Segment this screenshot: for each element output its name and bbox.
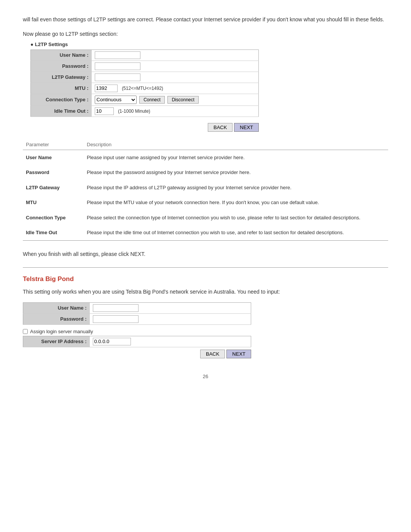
parameter-table: Parameter Description User Name Please i… xyxy=(23,139,388,242)
param-row-username: User Name Please input user name assigne… xyxy=(23,150,388,165)
telstra-username-value xyxy=(90,302,251,313)
assign-login-server-checkbox[interactable] xyxy=(23,329,28,334)
l2tp-go-to-text: Now please go to L2TP settings section: xyxy=(23,30,388,38)
param-row-gateway: L2TP Gateway Please input the IP address… xyxy=(23,180,388,195)
telstra-username-row: User Name : xyxy=(23,302,251,313)
telstra-intro: This setting only works when you are usi… xyxy=(23,288,388,296)
param-gateway-label: L2TP Gateway xyxy=(23,180,84,195)
server-ip-value xyxy=(90,336,251,347)
telstra-password-input[interactable] xyxy=(93,315,139,323)
l2tp-mtu-hint: (512<=MTU<=1492) xyxy=(122,86,163,91)
l2tp-password-label: Password : xyxy=(31,61,92,72)
l2tp-idle-value: (1-1000 Minute) xyxy=(92,105,259,117)
l2tp-gateway-input[interactable] xyxy=(95,73,140,81)
l2tp-connection-select[interactable]: Continuous Connect on Demand Manual xyxy=(95,96,137,104)
l2tp-username-value xyxy=(92,50,259,61)
param-username-label: User Name xyxy=(23,150,84,165)
l2tp-mtu-label: MTU : xyxy=(31,83,92,94)
server-ip-label: Server IP Address : xyxy=(23,336,90,347)
l2tp-idle-input[interactable] xyxy=(95,107,114,115)
l2tp-idle-row: Idle Time Out : (1-1000 Minute) xyxy=(31,105,259,117)
telstra-password-label: Password : xyxy=(23,313,90,324)
telstra-next-button[interactable]: NEXT xyxy=(226,350,251,358)
l2tp-next-button[interactable]: NEXT xyxy=(234,123,259,132)
telstra-username-input[interactable] xyxy=(93,304,139,312)
l2tp-gateway-value xyxy=(92,72,259,83)
l2tp-connection-value: Continuous Connect on Demand Manual Conn… xyxy=(92,94,259,105)
param-connection-desc: Please select the connection type of Int… xyxy=(84,210,388,225)
l2tp-settings-label: ●L2TP Settings xyxy=(30,42,388,47)
connect-button[interactable]: Connect xyxy=(139,96,165,104)
param-mtu-label: MTU xyxy=(23,195,84,210)
l2tp-password-row: Password : xyxy=(31,61,259,72)
param-idle-label: Idle Time Out xyxy=(23,225,84,240)
intro-text-1: will fail even those settings of L2TP se… xyxy=(23,15,388,24)
assign-login-server-row: Assign login server manually xyxy=(23,327,388,336)
l2tp-nav-buttons: BACK NEXT xyxy=(30,123,259,132)
param-table-footer xyxy=(23,240,388,242)
page-number: 26 xyxy=(23,374,388,379)
telstra-section: Telstra Big Pond This setting only works… xyxy=(23,275,388,358)
disconnect-button[interactable]: Disconnect xyxy=(167,96,198,104)
desc-col-header: Description xyxy=(84,139,388,150)
l2tp-username-row: User Name : xyxy=(31,50,259,61)
l2tp-connection-row: Connection Type : Continuous Connect on … xyxy=(31,94,259,105)
telstra-password-value xyxy=(90,313,251,324)
l2tp-settings-table: User Name : Password : L2TP Gateway : xyxy=(30,50,259,117)
assign-login-server-label: Assign login server manually xyxy=(30,329,93,334)
param-row-idle: Idle Time Out Please input the idle time… xyxy=(23,225,388,240)
telstra-settings-table: User Name : Password : xyxy=(23,302,251,325)
server-ip-input[interactable] xyxy=(93,338,131,345)
telstra-back-button[interactable]: BACK xyxy=(200,350,225,358)
param-connection-label: Connection Type xyxy=(23,210,84,225)
telstra-password-row: Password : xyxy=(23,313,251,324)
param-username-desc: Please input user name assigned by your … xyxy=(84,150,388,165)
param-row-connection: Connection Type Please select the connec… xyxy=(23,210,388,225)
l2tp-gateway-label: L2TP Gateway : xyxy=(31,72,92,83)
l2tp-back-button[interactable]: BACK xyxy=(208,123,233,132)
param-table-header: Parameter Description xyxy=(23,139,388,150)
param-col-header: Parameter xyxy=(23,139,84,150)
l2tp-password-value xyxy=(92,61,259,72)
finish-text: When you finish with all settings, pleas… xyxy=(23,250,388,258)
param-row-password: Password Please input the password assig… xyxy=(23,165,388,180)
l2tp-username-label: User Name : xyxy=(31,50,92,61)
param-gateway-desc: Please input the IP address of L2TP gate… xyxy=(84,180,388,195)
param-idle-desc: Please input the idle time out of Intern… xyxy=(84,225,388,240)
l2tp-username-input[interactable] xyxy=(95,51,140,59)
l2tp-mtu-value: (512<=MTU<=1492) xyxy=(92,83,259,94)
telstra-title: Telstra Big Pond xyxy=(23,275,388,283)
l2tp-settings-block: ●L2TP Settings User Name : Password : L2… xyxy=(30,42,388,117)
telstra-server-ip-table: Server IP Address : xyxy=(23,336,251,347)
section-divider xyxy=(23,267,388,268)
l2tp-gateway-row: L2TP Gateway : xyxy=(31,72,259,83)
telstra-nav-buttons: BACK NEXT xyxy=(23,350,251,358)
l2tp-idle-label: Idle Time Out : xyxy=(31,105,92,117)
l2tp-password-input[interactable] xyxy=(95,62,140,70)
server-ip-row: Server IP Address : xyxy=(23,336,251,347)
l2tp-mtu-input[interactable] xyxy=(95,85,118,92)
param-row-mtu: MTU Please input the MTU value of your n… xyxy=(23,195,388,210)
l2tp-idle-hint: (1-1000 Minute) xyxy=(118,109,150,114)
telstra-username-label: User Name : xyxy=(23,302,90,313)
param-mtu-desc: Please input the MTU value of your netwo… xyxy=(84,195,388,210)
l2tp-connection-label: Connection Type : xyxy=(31,94,92,105)
param-password-desc: Please input the password assigned by yo… xyxy=(84,165,388,180)
l2tp-mtu-row: MTU : (512<=MTU<=1492) xyxy=(31,83,259,94)
param-password-label: Password xyxy=(23,165,84,180)
